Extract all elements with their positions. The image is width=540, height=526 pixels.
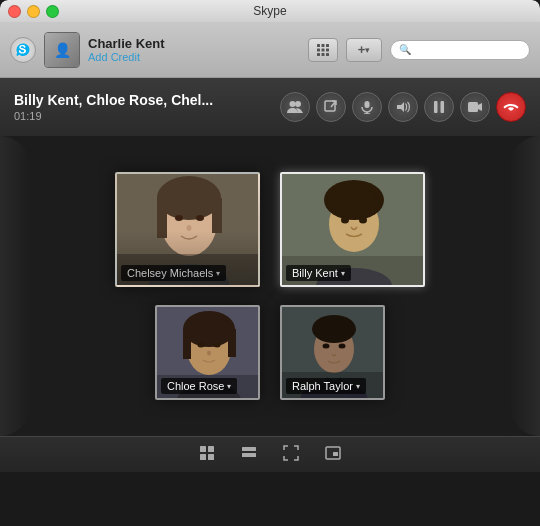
svg-rect-16 xyxy=(434,101,438,113)
bottom-bar xyxy=(0,436,540,472)
volume-button[interactable] xyxy=(388,92,418,122)
svg-rect-24 xyxy=(212,198,222,233)
chevron-icon: ▾ xyxy=(341,269,345,278)
video-frame-billy: Billy Kent ▾ xyxy=(280,172,425,287)
svg-rect-5 xyxy=(326,48,329,51)
mute-button[interactable] xyxy=(352,92,382,122)
toolbar: 👤 Charlie Kent Add Credit + ▾ 🔍 xyxy=(0,22,540,78)
svg-rect-46 xyxy=(228,329,236,357)
side-panel-right xyxy=(510,136,540,436)
video-row-bottom: Chloe Rose ▾ xyxy=(155,305,385,400)
grid-view-button[interactable] xyxy=(195,441,219,468)
svg-rect-8 xyxy=(326,53,329,56)
maximize-button[interactable] xyxy=(46,5,59,18)
user-name: Charlie Kent xyxy=(88,36,300,51)
svg-point-56 xyxy=(339,344,346,349)
svg-rect-29 xyxy=(117,254,260,287)
chevron-icon: ▾ xyxy=(216,269,220,278)
name-badge-chloe[interactable]: Chloe Rose ▾ xyxy=(161,378,237,394)
end-call-button[interactable] xyxy=(496,92,526,122)
avatar-image: 👤 xyxy=(45,33,79,67)
title-bar: Skype xyxy=(0,0,540,22)
video-frame-ralph: Ralph Taylor ▾ xyxy=(280,305,385,400)
svg-rect-2 xyxy=(326,44,329,47)
pip-button[interactable] xyxy=(321,441,345,468)
svg-point-48 xyxy=(214,343,221,348)
chevron-icon: ▾ xyxy=(356,382,360,391)
svg-rect-18 xyxy=(468,102,478,112)
svg-point-55 xyxy=(323,344,330,349)
dial-button[interactable] xyxy=(308,38,338,62)
add-button[interactable]: + ▾ xyxy=(346,38,382,62)
close-button[interactable] xyxy=(8,5,21,18)
svg-point-27 xyxy=(187,225,192,231)
svg-point-37 xyxy=(357,189,375,207)
svg-rect-17 xyxy=(441,101,445,113)
video-tile-billy: Billy Kent ▾ xyxy=(280,172,425,287)
svg-point-26 xyxy=(196,215,204,221)
video-tile-chloe: Chloe Rose ▾ xyxy=(155,305,260,400)
pause-button[interactable] xyxy=(424,92,454,122)
svg-rect-62 xyxy=(208,454,214,460)
video-area: Chelsey Michaels ▾ xyxy=(0,136,540,436)
user-credit[interactable]: Add Credit xyxy=(88,51,300,63)
share-button[interactable] xyxy=(316,92,346,122)
svg-rect-59 xyxy=(200,446,206,452)
svg-marker-15 xyxy=(397,102,404,112)
video-tile-ralph: Ralph Taylor ▾ xyxy=(280,305,385,400)
svg-point-54 xyxy=(312,315,356,343)
svg-rect-11 xyxy=(325,101,335,111)
svg-point-39 xyxy=(359,217,367,224)
call-controls xyxy=(280,92,526,122)
name-badge-ralph[interactable]: Ralph Taylor ▾ xyxy=(286,378,366,394)
svg-point-28 xyxy=(149,264,229,287)
svg-rect-61 xyxy=(200,454,206,460)
svg-point-47 xyxy=(198,343,205,348)
svg-rect-6 xyxy=(317,53,320,56)
side-panel-left xyxy=(0,136,30,436)
svg-point-38 xyxy=(341,217,349,224)
skype-logo-button[interactable] xyxy=(10,37,36,63)
svg-point-9 xyxy=(290,101,296,107)
svg-rect-0 xyxy=(317,44,320,47)
svg-rect-45 xyxy=(183,329,191,359)
svg-rect-64 xyxy=(242,453,256,457)
call-header: Billy Kent, Chloe Rose, Chel... 01:19 xyxy=(0,78,540,136)
call-timer: 01:19 xyxy=(14,110,213,122)
search-box[interactable]: 🔍 xyxy=(390,40,530,60)
participants-button[interactable] xyxy=(280,92,310,122)
svg-rect-60 xyxy=(208,446,214,452)
svg-rect-63 xyxy=(242,447,256,451)
user-info: Charlie Kent Add Credit xyxy=(88,36,300,63)
svg-marker-19 xyxy=(478,103,482,111)
minimize-button[interactable] xyxy=(27,5,40,18)
svg-rect-7 xyxy=(322,53,325,56)
svg-rect-67 xyxy=(333,452,338,456)
video-row-top: Chelsey Michaels ▾ xyxy=(115,172,425,287)
svg-rect-4 xyxy=(322,48,325,51)
call-info: Billy Kent, Chloe Rose, Chel... 01:19 xyxy=(14,92,213,122)
video-frame-chloe: Chloe Rose ▾ xyxy=(155,305,260,400)
window-controls[interactable] xyxy=(8,5,59,18)
svg-rect-1 xyxy=(322,44,325,47)
video-frame-chelsey: Chelsey Michaels ▾ xyxy=(115,172,260,287)
list-view-button[interactable] xyxy=(237,441,261,468)
search-icon: 🔍 xyxy=(399,44,411,55)
svg-point-49 xyxy=(207,351,211,356)
svg-rect-23 xyxy=(157,198,167,238)
window-title: Skype xyxy=(253,4,286,18)
svg-rect-12 xyxy=(365,101,370,108)
video-tile-chelsey: Chelsey Michaels ▾ xyxy=(115,172,260,287)
avatar: 👤 xyxy=(44,32,80,68)
svg-point-25 xyxy=(175,215,183,221)
fullscreen-button[interactable] xyxy=(279,441,303,468)
video-button[interactable] xyxy=(460,92,490,122)
chevron-icon: ▾ xyxy=(227,382,231,391)
name-badge-billy[interactable]: Billy Kent ▾ xyxy=(286,265,351,281)
name-badge-chelsey[interactable]: Chelsey Michaels ▾ xyxy=(121,265,226,281)
svg-point-10 xyxy=(295,101,301,107)
svg-rect-3 xyxy=(317,48,320,51)
call-title: Billy Kent, Chloe Rose, Chel... xyxy=(14,92,213,108)
